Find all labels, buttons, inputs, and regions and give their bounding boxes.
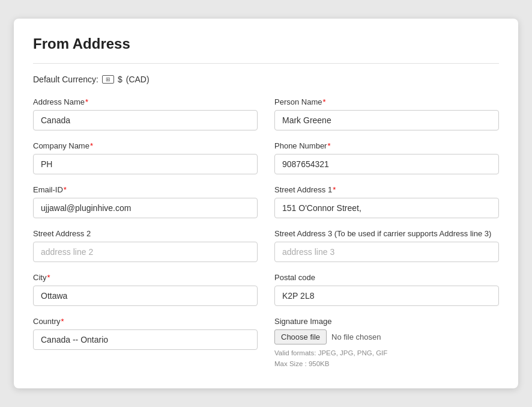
address-name-input[interactable]: [33, 110, 258, 130]
company-name-input[interactable]: [33, 154, 258, 174]
country-input[interactable]: [33, 329, 258, 350]
city-label: City*: [33, 273, 258, 282]
phone-number-label: Phone Number*: [274, 141, 499, 150]
company-name-group: Company Name*: [33, 141, 258, 174]
currency-label: Default Currency:: [33, 75, 98, 84]
signature-image-group: Signature Image Choose file No file chos…: [274, 317, 499, 369]
postal-code-label: Postal code: [274, 273, 499, 282]
street-address-2-group: Street Address 2: [33, 229, 258, 262]
country-group: Country*: [33, 317, 258, 369]
choose-file-button[interactable]: Choose file: [274, 329, 327, 344]
currency-symbol: $: [118, 75, 122, 84]
street-address-3-group: Street Address 3 (To be used if carrier …: [274, 229, 499, 262]
email-id-label: Email-ID*: [33, 185, 258, 194]
file-hint-line1: Valid formats: JPEG, JPG, PNG, GIF: [274, 348, 499, 358]
street-address-1-input[interactable]: [274, 198, 499, 218]
currency-code: (CAD): [126, 75, 150, 84]
file-hint-line2: Max Size : 950KB: [274, 359, 499, 369]
street-address-1-group: Street Address 1*: [274, 185, 499, 218]
signature-image-label: Signature Image: [274, 317, 499, 326]
divider: [33, 63, 499, 64]
country-label: Country*: [33, 317, 258, 326]
email-id-group: Email-ID*: [33, 185, 258, 218]
no-file-text: No file chosen: [331, 332, 381, 341]
street-address-3-label: Street Address 3 (To be used if carrier …: [274, 229, 499, 238]
phone-number-input[interactable]: [274, 154, 499, 174]
city-group: City*: [33, 273, 258, 306]
from-address-card: From Address Default Currency: ⊞ $ (CAD)…: [14, 19, 518, 388]
form-grid: Address Name* Person Name* Company Name*…: [33, 97, 499, 369]
city-input[interactable]: [33, 286, 258, 306]
street-address-2-input[interactable]: [33, 242, 258, 262]
file-hint: Valid formats: JPEG, JPG, PNG, GIF Max S…: [274, 348, 499, 369]
company-name-label: Company Name*: [33, 141, 258, 150]
street-address-2-label: Street Address 2: [33, 229, 258, 238]
currency-icon: ⊞: [102, 75, 114, 84]
file-input-row: Choose file No file chosen: [274, 329, 499, 344]
person-name-label: Person Name*: [274, 97, 499, 106]
postal-code-group: Postal code: [274, 273, 499, 306]
phone-number-group: Phone Number*: [274, 141, 499, 174]
postal-code-input[interactable]: [274, 286, 499, 306]
street-address-1-label: Street Address 1*: [274, 185, 499, 194]
address-name-label: Address Name*: [33, 97, 258, 106]
card-title: From Address: [33, 35, 499, 52]
address-name-group: Address Name*: [33, 97, 258, 130]
person-name-input[interactable]: [274, 110, 499, 130]
person-name-group: Person Name*: [274, 97, 499, 130]
currency-row: Default Currency: ⊞ $ (CAD): [33, 75, 499, 84]
street-address-3-input[interactable]: [274, 242, 499, 262]
email-id-input[interactable]: [33, 198, 258, 218]
